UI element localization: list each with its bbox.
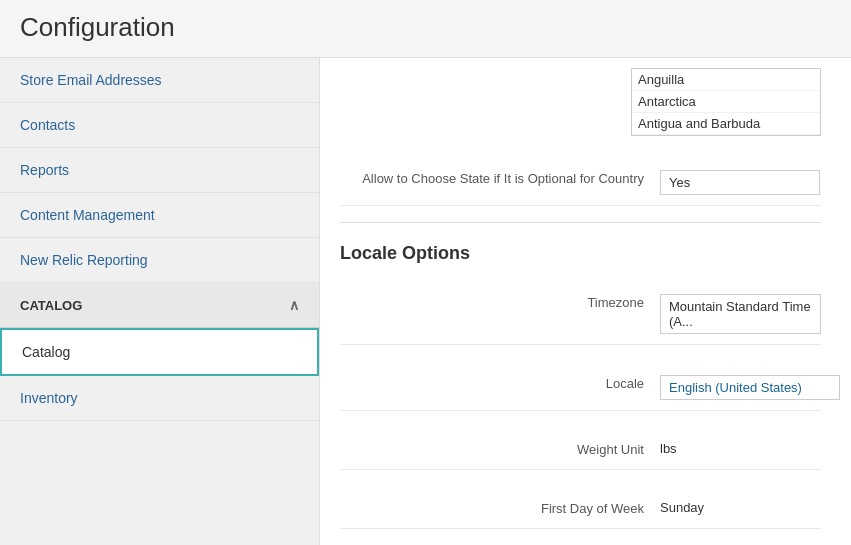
main-content: Anguilla Antarctica Antigua and Barbuda … [320,58,851,545]
locale-row: Locale English (United States) [340,361,821,411]
page-header: Configuration [0,0,851,58]
list-item: Anguilla [632,69,820,91]
locale-label: Locale [340,371,660,393]
sidebar-item-store-email[interactable]: Store Email Addresses [0,58,319,103]
section-divider [340,222,821,223]
timezone-row: Timezone Mountain Standard Time (A... [340,280,821,345]
weight-unit-row: Weight Unit lbs [340,427,821,470]
allow-state-label: Allow to Choose State if It is Optional … [340,166,660,188]
country-list-container: Anguilla Antarctica Antigua and Barbuda [340,68,821,136]
page-title: Configuration [20,12,831,43]
first-day-text: Sunday [660,496,704,519]
sidebar-item-catalog[interactable]: Catalog [0,328,319,376]
sidebar-section-catalog[interactable]: CATALOG ∧ [0,283,319,328]
weight-unit-value: lbs [660,437,821,456]
timezone-box[interactable]: Mountain Standard Time (A... [660,294,821,334]
first-day-label: First Day of Week [340,496,660,518]
sidebar-item-inventory[interactable]: Inventory [0,376,319,421]
weight-unit-label: Weight Unit [340,437,660,459]
sidebar-item-contacts[interactable]: Contacts [0,103,319,148]
weight-unit-text: lbs [660,437,677,460]
country-list: Anguilla Antarctica Antigua and Barbuda [631,68,821,136]
allow-state-value: Yes [660,166,821,195]
list-item: Antarctica [632,91,820,113]
main-layout: Store Email Addresses Contacts Reports C… [0,58,851,545]
allow-state-row: Allow to Choose State if It is Optional … [340,156,821,206]
sidebar-item-new-relic[interactable]: New Relic Reporting [0,238,319,283]
locale-section-heading: Locale Options [340,243,821,264]
sidebar-item-reports[interactable]: Reports [0,148,319,193]
catalog-section-label: CATALOG [20,298,82,313]
content-area: Anguilla Antarctica Antigua and Barbuda … [320,58,851,545]
timezone-label: Timezone [340,290,660,312]
sidebar: Store Email Addresses Contacts Reports C… [0,58,320,545]
timezone-value: Mountain Standard Time (A... [660,290,821,334]
locale-value: English (United States) [660,371,840,400]
sidebar-item-content-management[interactable]: Content Management [0,193,319,238]
locale-select[interactable]: English (United States) [660,375,840,400]
first-day-row: First Day of Week Sunday [340,486,821,529]
first-day-value: Sunday [660,496,821,515]
allow-state-box[interactable]: Yes [660,170,820,195]
chevron-up-icon: ∧ [289,297,299,313]
list-item: Antigua and Barbuda [632,113,820,135]
